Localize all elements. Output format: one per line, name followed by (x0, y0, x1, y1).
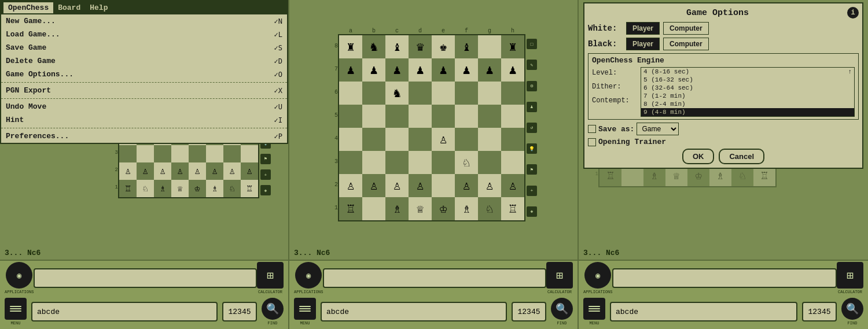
menu-load-game[interactable]: Load Game... ✓L (1, 28, 287, 41)
level-dropdown[interactable]: 4 (8-16 sec)↑ 5 (16-32 sec) 6 (32-64 sec… (641, 67, 855, 117)
cell-5-2[interactable] (385, 151, 409, 174)
cell-5-5[interactable]: ♘ (455, 151, 478, 174)
level-option-6[interactable]: 9 (4-8 min) (641, 108, 854, 116)
cell-7-2[interactable]: ♗ (385, 197, 409, 220)
cell-0-5[interactable]: ♝ (455, 35, 478, 58)
cell-0-3[interactable]: ♛ (409, 35, 432, 58)
applications-button-3[interactable]: ◉ (584, 262, 611, 289)
calculator-button-2[interactable]: ⊞ (546, 262, 573, 289)
level-option-1[interactable]: 4 (8-16 sec)↑ (641, 68, 854, 76)
num-input-2[interactable]: 12345 (512, 302, 546, 321)
cell-0-2[interactable]: ♝ (385, 35, 409, 58)
level-option-2[interactable]: 5 (16-32 sec) (641, 76, 854, 84)
cell-2-0[interactable] (339, 82, 362, 105)
black-player-button[interactable]: Player (626, 38, 660, 50)
level-option-5[interactable]: 8 (2-4 min) (641, 100, 854, 108)
cell-7-1[interactable] (362, 197, 385, 220)
menu-new-game[interactable]: New Game... ✓N (1, 14, 287, 28)
cell-5-5[interactable] (206, 145, 223, 162)
cell-1-2[interactable]: ♟ (385, 58, 409, 82)
cell-6-6[interactable]: ♙ (478, 174, 501, 197)
board-icon-8[interactable]: + (260, 169, 271, 180)
cell-4-0[interactable] (339, 128, 362, 151)
applications-button-1[interactable]: ◉ (6, 262, 32, 289)
board-icon-r9[interactable]: ◈ (527, 206, 537, 217)
cell-5-2[interactable] (154, 145, 171, 162)
cell-0-7[interactable]: ♜ (501, 35, 524, 58)
cell-6-3[interactable]: ♙ (171, 162, 189, 180)
cell-7-7[interactable]: ♖ (241, 180, 258, 197)
cell-1-3[interactable]: ♟ (409, 58, 432, 82)
cell-5-1[interactable] (137, 145, 154, 162)
cell-0-4[interactable]: ♚ (432, 35, 455, 58)
menu-button-1[interactable] (5, 298, 27, 320)
level-option-4[interactable]: 7 (1-2 min) (641, 92, 854, 100)
level-option-3[interactable]: 6 (32-64 sec) (641, 84, 854, 92)
board-icon-r5[interactable]: ↺ (527, 123, 537, 133)
menu-delete-game[interactable]: Delete Game ✓D (1, 54, 287, 68)
cell-6-2[interactable]: ♙ (385, 174, 409, 197)
text-input-1[interactable]: abcde (31, 302, 218, 321)
board-icon-r1[interactable]: □ (527, 39, 537, 49)
applications-button-2[interactable]: ◉ (295, 262, 322, 289)
menu-button-3[interactable] (583, 298, 605, 320)
cell-3-3[interactable] (409, 105, 432, 128)
board-icon-r4[interactable]: ♟ (527, 102, 537, 112)
cell-4-4[interactable]: ♙ (432, 128, 455, 151)
cell-4-1[interactable] (362, 128, 385, 151)
cell-1-4[interactable]: ♟ (432, 58, 455, 82)
menu-bar-help[interactable]: Help (85, 2, 112, 13)
opening-trainer-checkbox[interactable] (588, 138, 596, 146)
graffiti-area-2[interactable] (323, 268, 546, 288)
cell-7-6[interactable]: ♘ (223, 180, 241, 197)
cell-1-1[interactable]: ♟ (362, 58, 385, 82)
num-input-3[interactable]: 12345 (802, 302, 837, 321)
calculator-button-3[interactable]: ⊞ (837, 262, 863, 289)
cell-7-0[interactable]: ♖ (339, 197, 362, 220)
cell-5-7[interactable] (501, 151, 524, 174)
cell-7-7[interactable]: ♖ (501, 197, 524, 220)
find-button-1[interactable]: 🔍 (262, 298, 284, 320)
find-button-3[interactable]: 🔍 (841, 298, 863, 320)
cell-6-1[interactable]: ♙ (137, 162, 154, 180)
cell-2-7[interactable] (501, 82, 524, 105)
cell-7-5[interactable]: ♗ (455, 197, 478, 220)
white-computer-button[interactable]: Computer (663, 22, 709, 35)
cell-3-4[interactable] (432, 105, 455, 128)
cell-3-2[interactable] (385, 105, 409, 128)
cell-5-6[interactable] (223, 145, 241, 162)
cell-6-1[interactable]: ♙ (362, 174, 385, 197)
cell-7-5[interactable]: ♗ (206, 180, 223, 197)
cell-0-6[interactable] (478, 35, 501, 58)
graffiti-area-1[interactable] (34, 268, 257, 288)
cell-6-2[interactable]: ♙ (154, 162, 171, 180)
cell-6-4[interactable]: ♙ (189, 162, 206, 180)
cell-4-2[interactable] (385, 128, 409, 151)
cell-4-5[interactable] (455, 128, 478, 151)
menu-hint[interactable]: Hint ✓I (1, 113, 287, 127)
cell-7-3[interactable]: ♕ (409, 197, 432, 220)
menu-bar-board[interactable]: Board (53, 2, 85, 13)
cell-7-6[interactable]: ♘ (478, 197, 501, 220)
cell-0-1[interactable]: ♞ (362, 35, 385, 58)
cell-3-1[interactable] (362, 105, 385, 128)
chess-board-2[interactable]: ♜♞♝♛♚♝♜♟♟♟♟♟♟♟♟♞♙♘♙♙♙♙♙♙♙♖♗♕♔♗♘♖ (338, 34, 525, 221)
cell-1-5[interactable]: ♟ (455, 58, 478, 82)
menu-bar-openchess[interactable]: OpenChess (3, 2, 53, 13)
cell-3-0[interactable] (339, 105, 362, 128)
text-input-3[interactable]: abcde (610, 302, 797, 321)
board-icon-r7[interactable]: ⚑ (527, 164, 537, 175)
cell-5-7[interactable] (241, 145, 258, 162)
cell-6-0[interactable]: ♙ (339, 174, 362, 197)
find-button-2[interactable]: 🔍 (551, 298, 573, 320)
cell-3-6[interactable] (478, 105, 501, 128)
cell-1-7[interactable]: ♟ (501, 58, 524, 82)
cell-7-0[interactable]: ♖ (119, 180, 137, 197)
cell-6-5[interactable]: ♙ (206, 162, 223, 180)
cell-5-0[interactable] (339, 151, 362, 174)
cell-5-1[interactable] (362, 151, 385, 174)
info-button[interactable]: i (847, 7, 859, 19)
cell-7-4[interactable]: ♔ (189, 180, 206, 197)
white-player-button[interactable]: Player (626, 22, 660, 35)
cell-5-3[interactable] (171, 145, 189, 162)
